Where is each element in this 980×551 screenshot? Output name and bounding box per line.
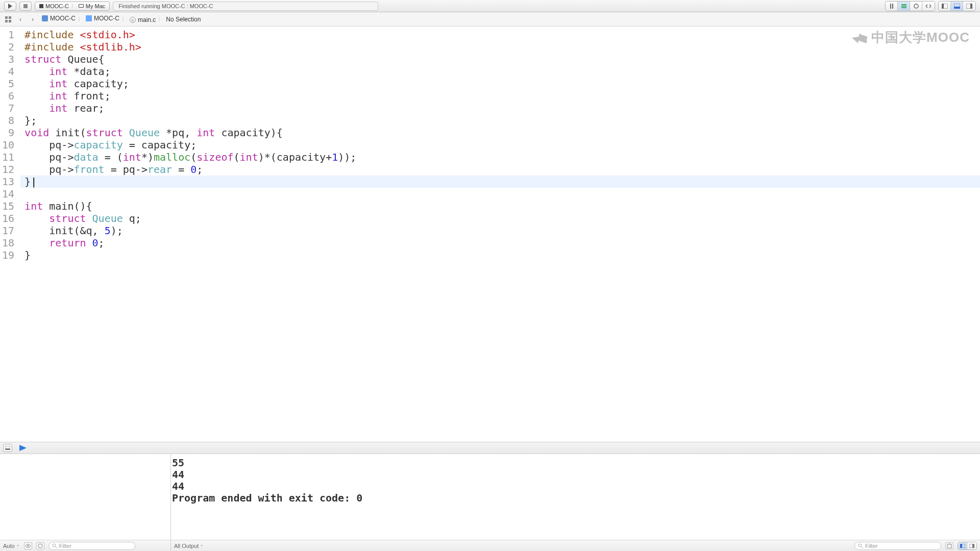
svg-point-22 — [38, 544, 42, 548]
variables-filter-input[interactable]: Filter — [48, 542, 135, 550]
path-segment[interactable]: cmain.c — [128, 16, 158, 23]
scheme-device-label: My Mac — [86, 3, 106, 9]
device-icon — [79, 4, 84, 8]
svg-rect-4 — [901, 4, 906, 5]
svg-rect-1 — [23, 4, 28, 8]
editor-mode-segmented — [885, 1, 935, 11]
svg-rect-3 — [892, 4, 893, 9]
svg-rect-14 — [5, 16, 8, 19]
scheme-target-label: MOOC-C — [45, 3, 69, 9]
code-line[interactable]: int rear; — [24, 102, 105, 114]
filter-icon — [52, 543, 57, 548]
path-segment[interactable]: MOOC-C — [40, 15, 78, 22]
jump-bar: ‹ › MOOC-C〉MOOC-C〉cmain.c〉No Selection — [0, 12, 980, 27]
nav-forward-button[interactable]: › — [28, 15, 38, 24]
toggle-utilities-button[interactable] — [963, 2, 975, 11]
line-number: 1 — [2, 29, 14, 41]
svg-rect-11 — [954, 7, 960, 9]
breakpoint-indicator-icon — [19, 445, 27, 451]
svg-point-7 — [914, 4, 918, 8]
standard-editor-button[interactable] — [886, 2, 898, 11]
main-toolbar: MOOC-C 〉 My Mac Finished running MOOC-C … — [0, 0, 980, 12]
code-line[interactable]: pq->data = (int*)malloc(sizeof(int)*(cap… — [24, 151, 356, 163]
code-line[interactable]: struct Queue q; — [24, 212, 141, 224]
path-segment[interactable]: No Selection — [164, 16, 203, 23]
line-number: 15 — [2, 200, 14, 212]
code-line[interactable]: return 0; — [24, 237, 105, 249]
line-number: 9 — [2, 127, 14, 139]
svg-rect-6 — [901, 7, 906, 8]
code-line[interactable]: struct Queue{ — [24, 53, 105, 65]
show-console-button[interactable] — [967, 542, 976, 549]
target-icon — [39, 4, 43, 8]
svg-rect-19 — [5, 448, 10, 450]
line-number: 2 — [2, 41, 14, 53]
path-segments: MOOC-C〉MOOC-C〉cmain.c〉No Selection — [40, 15, 203, 24]
hide-debug-area-button[interactable] — [3, 444, 12, 452]
svg-rect-13 — [970, 4, 972, 9]
console-view-segmented — [958, 542, 977, 550]
line-number: 8 — [2, 114, 14, 127]
variables-scope-selector[interactable]: Auto ⌃ — [3, 543, 20, 549]
path-segment-label: MOOC-C — [94, 15, 119, 22]
line-number: 5 — [2, 78, 14, 90]
related-items-button[interactable] — [3, 15, 13, 24]
code-line[interactable]: }; — [24, 114, 37, 127]
line-number: 18 — [2, 237, 14, 249]
svg-line-24 — [56, 547, 57, 548]
nav-back-button[interactable]: ‹ — [15, 15, 26, 24]
line-number: 12 — [2, 163, 14, 176]
toggle-debug-area-button[interactable] — [951, 2, 963, 11]
code-line[interactable]: } — [24, 249, 31, 261]
console-output[interactable]: 55 44 44 Program ended with exit code: 0 — [171, 454, 980, 540]
stop-button[interactable] — [19, 2, 32, 11]
code-line[interactable]: void init(struct Queue *pq, int capacity… — [24, 127, 283, 139]
code-line[interactable]: int capacity; — [24, 78, 129, 90]
console-filter-input[interactable]: Filter — [854, 542, 941, 550]
svg-rect-15 — [9, 16, 11, 19]
code-line[interactable]: int front; — [24, 90, 111, 102]
svg-point-23 — [53, 544, 56, 547]
code-line[interactable]: init(&q, 5); — [24, 224, 123, 237]
scheme-selector[interactable]: MOOC-C 〉 My Mac — [35, 2, 110, 11]
debug-area: Auto ⌃ Filter 55 44 44 Program ended wit… — [0, 454, 980, 551]
svg-marker-0 — [8, 4, 12, 9]
toggle-navigator-button[interactable] — [939, 2, 951, 11]
variables-toolbar: Auto ⌃ Filter — [0, 540, 170, 551]
code-line[interactable]: #include <stdlib.h> — [24, 41, 141, 53]
line-number: 14 — [2, 188, 14, 200]
line-number-gutter: 12345678910111213141516171819 — [0, 27, 20, 442]
svg-line-26 — [862, 547, 863, 548]
line-number: 10 — [2, 139, 14, 151]
svg-rect-16 — [5, 20, 8, 22]
variables-pane[interactable]: Auto ⌃ Filter — [0, 454, 171, 551]
code-line[interactable]: pq->capacity = capacity; — [24, 139, 197, 151]
svg-point-25 — [859, 544, 862, 547]
code-line[interactable]: int main(){ — [24, 200, 92, 212]
code-line[interactable]: pq->front = pq->rear = 0; — [24, 163, 203, 176]
assistant-editor-button[interactable] — [898, 2, 910, 11]
svg-rect-32 — [972, 544, 974, 548]
quicklook-button[interactable] — [24, 542, 32, 549]
code-line[interactable]: #include <stdio.h> — [24, 29, 135, 41]
console-pane[interactable]: 55 44 44 Program ended with exit code: 0… — [171, 454, 980, 551]
variables-filter-placeholder: Filter — [59, 543, 71, 549]
clear-console-button[interactable] — [945, 542, 953, 549]
line-number: 11 — [2, 151, 14, 163]
code-area[interactable]: #include <stdio.h> #include <stdlib.h> s… — [20, 27, 980, 442]
panel-toggle-segmented — [938, 1, 976, 11]
run-button[interactable] — [4, 2, 16, 11]
version-editor-button[interactable] — [910, 2, 922, 11]
filter-icon — [858, 543, 863, 548]
code-line[interactable]: }| — [20, 176, 980, 188]
svg-rect-9 — [942, 4, 944, 9]
line-number: 3 — [2, 53, 14, 65]
c-file-icon: c — [130, 17, 136, 23]
path-segment[interactable]: MOOC-C — [84, 15, 121, 22]
code-line[interactable]: int *data; — [24, 65, 111, 78]
info-button[interactable] — [36, 542, 44, 549]
source-editor[interactable]: 中国大学MOOC 12345678910111213141516171819 #… — [0, 27, 980, 442]
review-button[interactable] — [922, 2, 935, 11]
output-scope-selector[interactable]: All Output ⌃ — [174, 543, 204, 549]
show-variables-button[interactable] — [958, 542, 967, 549]
